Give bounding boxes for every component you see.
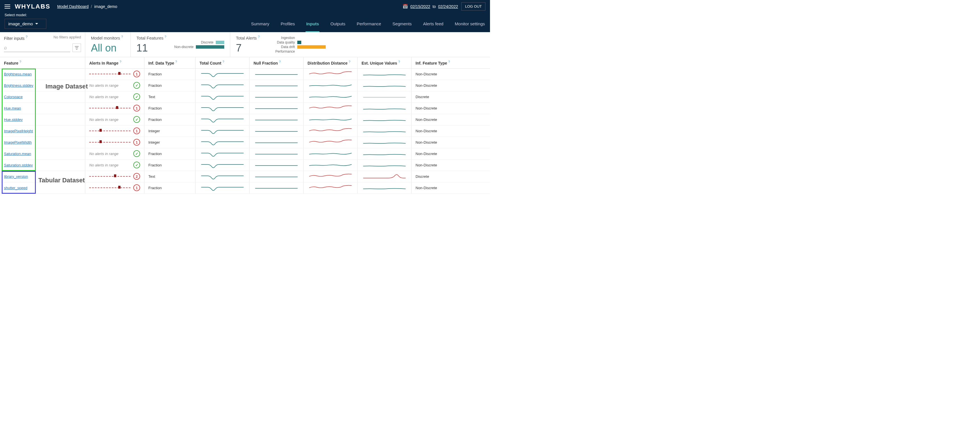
model-select-dropdown[interactable]: image_demo: [5, 19, 46, 29]
sparkline: [253, 105, 299, 112]
alert-count-badge: 1: [133, 128, 140, 134]
filter-inputs-label: Filter inputs: [4, 36, 24, 41]
alert-cat-bar: [297, 45, 326, 49]
sparkline: [307, 116, 353, 123]
nondiscrete-bar: [196, 45, 224, 49]
sparkline: [307, 184, 353, 191]
sparkline: [307, 139, 353, 146]
alert-count-badge: 1: [133, 105, 140, 112]
feature-link[interactable]: Brightness.mean: [4, 72, 32, 76]
sparkline: [361, 150, 407, 157]
ftype-cell: Non-Discrete: [412, 103, 490, 114]
table-row: Brightness.stddevNo alerts in range✓Frac…: [0, 80, 490, 91]
alert-ok-badge: ✓: [133, 150, 140, 157]
nav-tab-summary[interactable]: Summary: [250, 18, 270, 32]
sparkline: [361, 93, 407, 100]
feature-link[interactable]: Saturation.mean: [4, 151, 31, 156]
model-monitors-label: Model monitors: [91, 35, 120, 40]
feature-link[interactable]: Brightness.stddev: [4, 83, 33, 88]
help-icon[interactable]: ?: [25, 35, 27, 39]
help-icon[interactable]: ?: [175, 60, 177, 64]
dtype-cell: Text: [145, 171, 196, 182]
model-select-value: image_demo: [8, 21, 33, 26]
help-icon[interactable]: ?: [398, 60, 400, 64]
filter-button[interactable]: [73, 43, 81, 52]
sparkline: [307, 70, 353, 77]
feature-link[interactable]: Saturation.stddev: [4, 163, 33, 167]
nav-tab-profiles[interactable]: Profiles: [280, 18, 295, 32]
nav-tab-performance[interactable]: Performance: [356, 18, 382, 32]
nav-tab-inputs[interactable]: Inputs: [305, 18, 320, 32]
ftype-cell: Non-Discrete: [412, 69, 490, 80]
help-icon[interactable]: ?: [258, 35, 259, 38]
ftype-cell: Non-Discrete: [412, 137, 490, 148]
feature-link[interactable]: ImagePixelHeight: [4, 129, 33, 133]
breadcrumb: Model Dashboard / image_demo: [57, 4, 117, 9]
alert-count-badge: 1: [133, 139, 140, 146]
nondiscrete-label: Non-discrete: [172, 45, 194, 49]
help-icon[interactable]: ?: [165, 35, 166, 38]
nav-tab-outputs[interactable]: Outputs: [330, 18, 346, 32]
table-row: Saturation.stddevNo alerts in range✓Frac…: [0, 159, 490, 171]
help-icon[interactable]: ?: [121, 35, 123, 38]
date-to[interactable]: 02/24/2022: [438, 4, 458, 9]
feature-link[interactable]: Hue.stddev: [4, 118, 23, 122]
hamburger-menu-icon[interactable]: [5, 5, 10, 8]
sparkline: [199, 139, 245, 146]
sparkline: [307, 150, 353, 157]
sparkline: [199, 116, 245, 123]
no-alerts-text: No alerts in range: [89, 118, 130, 122]
sparkline: [199, 161, 245, 168]
total-features-label: Total Features: [137, 35, 164, 40]
col-dist-distance: Distribution Distance: [307, 61, 348, 65]
date-range-picker[interactable]: 📅 02/15/2022 to 02/24/2022: [402, 4, 458, 9]
help-icon[interactable]: ?: [223, 60, 224, 64]
nav-tab-alerts-feed[interactable]: Alerts feed: [422, 18, 444, 32]
filter-icon: [75, 46, 79, 50]
discrete-bar: [216, 41, 224, 44]
table-row: Saturation.meanNo alerts in range✓Fracti…: [0, 148, 490, 159]
sparkline: [253, 139, 299, 146]
feature-link[interactable]: Colorspace: [4, 95, 23, 99]
date-from[interactable]: 02/15/2022: [410, 4, 430, 9]
alert-cat-label: Data drift: [267, 45, 295, 49]
feature-link[interactable]: Hue.mean: [4, 106, 21, 110]
ftype-cell: Non-Discrete: [412, 126, 490, 137]
help-icon[interactable]: ?: [120, 60, 121, 64]
sparkline: [361, 161, 407, 168]
help-icon[interactable]: ?: [349, 60, 350, 64]
sparkline: [253, 173, 299, 180]
nav-tabs: SummaryProfilesInputsOutputsPerformanceS…: [250, 18, 485, 32]
nav-tab-segments[interactable]: Segments: [392, 18, 412, 32]
help-icon[interactable]: ?: [279, 60, 281, 64]
feature-link[interactable]: library_version: [4, 174, 28, 179]
feature-link[interactable]: ImagePixelWidth: [4, 140, 32, 145]
dtype-cell: Text: [145, 91, 196, 102]
sparkline: [361, 128, 407, 134]
no-alerts-text: No alerts in range: [89, 151, 130, 156]
alert-count-badge: 1: [133, 70, 140, 77]
feature-link[interactable]: shutter_speed: [4, 186, 27, 190]
col-ftype: Inf. Feature Type: [415, 61, 447, 65]
sparkline: [253, 150, 299, 157]
sparkline: [307, 161, 353, 168]
total-alerts-label: Total Alerts: [236, 35, 257, 40]
help-icon[interactable]: ?: [448, 60, 450, 64]
logout-button[interactable]: LOG OUT: [461, 2, 485, 11]
breadcrumb-dashboard-link[interactable]: Model Dashboard: [57, 4, 89, 9]
alert-count-badge: 1: [133, 184, 140, 191]
nav-tab-monitor-settings[interactable]: Monitor settings: [454, 18, 485, 32]
table-row: Hue.stddevNo alerts in range✓FractionNon…: [0, 114, 490, 126]
help-icon[interactable]: ?: [20, 60, 21, 64]
sparkline: [199, 105, 245, 112]
search-input[interactable]: [9, 45, 70, 50]
sparkline: [361, 184, 407, 191]
sparkline: [253, 161, 299, 168]
alert-ok-badge: ✓: [133, 161, 140, 168]
sparkline: [361, 105, 407, 112]
sparkline: [307, 128, 353, 134]
col-alerts: Alerts In Range: [89, 61, 119, 65]
col-null-fraction: Null Fraction: [253, 61, 278, 65]
sparkline: [253, 93, 299, 100]
alert-cat-bar: [297, 41, 301, 44]
